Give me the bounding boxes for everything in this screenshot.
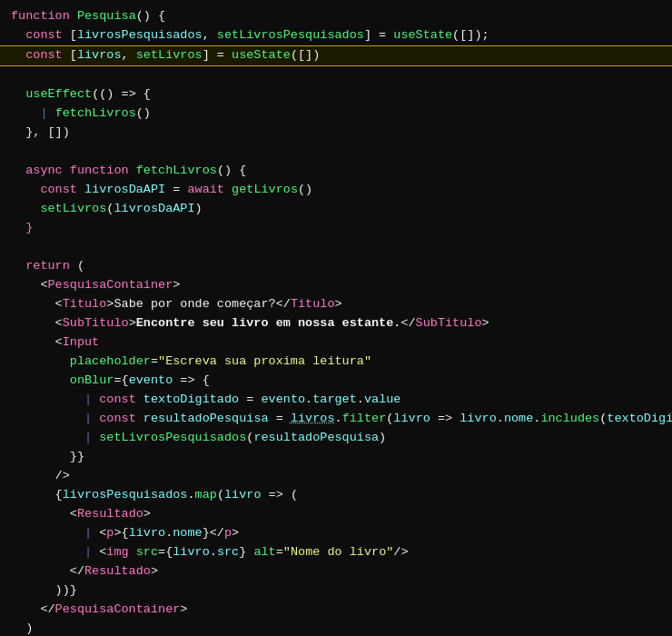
code-line-26: { livrosPesquisados . map ( livro => ( [0,486,672,505]
code-line-31: ))} [0,581,672,601]
code-line-5: useEffect (() => { [0,85,672,104]
code-line-21: | const textoDigitado = evento . target … [0,391,672,410]
code-line-27: < Resultado > [0,505,672,524]
code-line-10: const livrosDaAPI = await getLivros () [0,181,672,200]
code-line-3: const [ livros , setLivros ] = useState … [0,45,672,66]
function-name: Pesquisa [77,7,136,26]
code-line-14: return ( [0,257,672,276]
code-editor: function Pesquisa () { const [ livrosPes… [0,0,672,636]
keyword-function: function [11,7,70,26]
code-line-20: onBlur ={ evento => { [0,372,672,391]
code-line-33: ) [0,620,672,636]
empty-line-8 [0,143,672,162]
code-line-17: < SubTitulo > Encontre seu livro em noss… [0,314,672,333]
code-line-16: < Titulo > Sabe por onde começar? </ Tit… [0,295,672,314]
code-line-22: | const resultadoPesquisa = livros . fil… [0,410,672,429]
code-line-30: </ Resultado > [0,562,672,581]
code-line-2: const [ livrosPesquisados , setLivrosPes… [0,26,672,45]
code-line-18: < Input [0,333,672,353]
code-line-6: | fetchLivros () [0,104,672,124]
code-line-12: } [0,219,672,238]
code-line-23: | setLivrosPesquisados ( resultadoPesqui… [0,429,672,448]
code-line-24: }} [0,448,672,467]
code-line-25: /> [0,467,672,486]
code-line-32: </ PesquisaContainer > [0,601,672,620]
code-line-7: }, []) [0,124,672,143]
code-line-9: async function fetchLivros () { [0,162,672,181]
code-line-11: setLivros ( livrosDaAPI ) [0,200,672,219]
code-line-19: placeholder = "Escreva sua proxima leitu… [0,353,672,372]
empty-line-4 [0,66,672,85]
code-line-1: function Pesquisa () { [0,7,672,26]
empty-line-13 [0,238,672,257]
code-line-28: | < p >{ livro . nome }</ p > [0,524,672,543]
code-line-15: < PesquisaContainer > [0,276,672,295]
code-line-29: | < img src ={ livro . src } alt = "Nome… [0,543,672,562]
